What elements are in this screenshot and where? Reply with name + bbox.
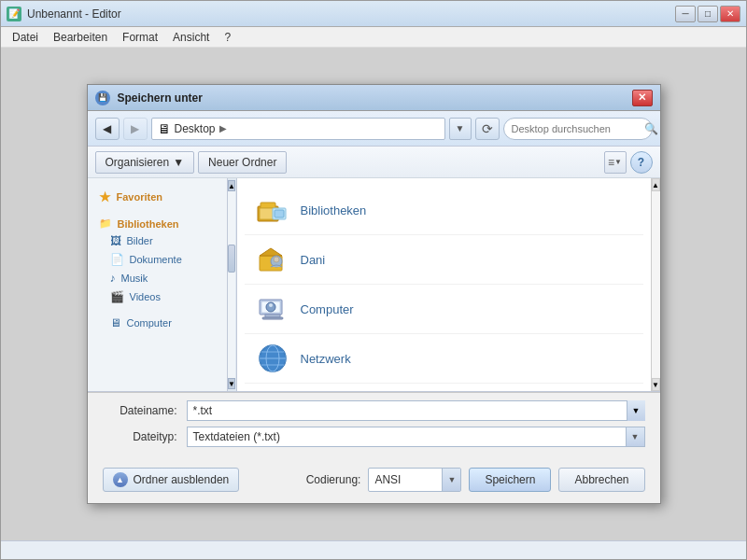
desktop-icon: 🖥 <box>158 121 171 136</box>
menu-format[interactable]: Format <box>115 29 165 46</box>
dialog-overlay: 💾 Speichern unter ✕ ◀ ▶ 🖥 Desktop ▶ ▼ ⟳ <box>1 48 746 540</box>
libraries-folder-icon: 📁 <box>99 217 112 230</box>
window-title: Unbenannt - Editor <box>27 7 675 21</box>
view-icon: ≡ <box>608 156 614 169</box>
filename-dropdown[interactable]: ▼ <box>627 400 645 421</box>
filename-input[interactable] <box>187 400 645 421</box>
show-folder-label: Ordner ausblenden <box>134 473 230 486</box>
dialog-footer: ▲ Ordner ausblenden Codierung: ANSI ▼ Sp… <box>88 460 660 503</box>
encoding-label: Codierung: <box>306 473 361 486</box>
view-arrow: ▼ <box>614 158 622 166</box>
maximize-button[interactable]: □ <box>698 6 718 22</box>
sidebar-scrollbar[interactable]: ▲ ▼ <box>228 178 237 391</box>
libraries-section: 📁 Bibliotheken 🖼 Bilder 📄 Dokumente <box>88 214 227 306</box>
filetype-arrow[interactable]: ▼ <box>626 427 644 446</box>
file-item-bibliotheken[interactable]: Bibliotheken <box>245 186 643 235</box>
organize-label: Organisieren <box>106 156 170 169</box>
libraries-title[interactable]: 📁 Bibliotheken <box>88 214 227 231</box>
bilder-label: Bilder <box>127 235 153 246</box>
dani-name: Dani <box>301 253 326 267</box>
dokumente-icon: 📄 <box>110 253 124 266</box>
file-list-scrollbar[interactable]: ▲ ▼ <box>651 178 660 391</box>
dialog-title: Speichern unter <box>118 91 632 105</box>
refresh-button[interactable]: ⟳ <box>475 118 500 140</box>
sidebar-item-videos[interactable]: 🎬 Videos <box>88 287 227 306</box>
menu-bearbeiten[interactable]: Bearbeiten <box>46 29 115 46</box>
main-close-button[interactable]: ✕ <box>720 6 740 22</box>
filetype-label: Dateityp: <box>103 430 187 443</box>
favorites-section: ★ Favoriten <box>88 186 227 206</box>
svg-rect-12 <box>262 317 283 319</box>
sidebar-item-musik[interactable]: ♪ Musik <box>88 269 227 287</box>
search-bar[interactable]: 🔍 <box>503 118 653 140</box>
file-item-dani[interactable]: Dani <box>245 235 643 285</box>
dokumente-label: Dokumente <box>130 254 182 265</box>
dialog-title-bar: 💾 Speichern unter ✕ <box>88 85 660 111</box>
favorites-label: Favoriten <box>117 191 163 203</box>
content-area: ★ Favoriten 📁 Bibliotheken 🖼 Bilder <box>88 178 660 392</box>
search-icon[interactable]: 🔍 <box>644 122 658 135</box>
forward-button[interactable]: ▶ <box>123 118 148 140</box>
save-button[interactable]: Speichern <box>469 468 551 492</box>
sidebar-item-dokumente[interactable]: 📄 Dokumente <box>88 250 227 269</box>
scroll-thumb[interactable] <box>228 245 235 273</box>
organize-button[interactable]: Organisieren ▼ <box>95 151 195 174</box>
computer-sidebar-label: Computer <box>127 317 172 329</box>
help-button[interactable]: ? <box>630 151 653 174</box>
dialog-icon: 💾 <box>95 91 110 105</box>
dialog-close-button[interactable]: ✕ <box>632 90 653 106</box>
organize-arrow: ▼ <box>173 156 184 169</box>
menu-ansicht[interactable]: Ansicht <box>165 29 217 46</box>
file-item-computer[interactable]: Computer <box>245 285 643 334</box>
bibliotheken-name: Bibliotheken <box>301 203 367 217</box>
breadcrumb-bar[interactable]: 🖥 Desktop ▶ <box>151 118 445 140</box>
view-button[interactable]: ≡ ▼ <box>604 151 627 174</box>
svg-point-8 <box>274 257 279 262</box>
nav-bar: ◀ ▶ 🖥 Desktop ▶ ▼ ⟳ 🔍 <box>88 111 660 147</box>
sidebar: ★ Favoriten 📁 Bibliotheken 🖼 Bilder <box>88 178 228 391</box>
new-folder-label: Neuer Ordner <box>208 156 276 169</box>
computer-sidebar-icon: 🖥 <box>110 316 121 329</box>
new-folder-button[interactable]: Neuer Ordner <box>198 151 287 174</box>
scroll-down-arrow[interactable]: ▼ <box>228 378 235 389</box>
bibliotheken-icon <box>256 193 289 227</box>
window-controls: ─ □ ✕ <box>675 6 740 22</box>
filetype-dropdown[interactable]: Textdateien (*.txt) ▼ <box>187 427 645 447</box>
encoding-value: ANSI <box>374 473 401 486</box>
bilder-icon: 🖼 <box>110 234 121 247</box>
app-icon: 📝 <box>7 7 21 21</box>
svg-rect-1 <box>261 203 275 208</box>
netzwerk-name: Netzwerk <box>301 352 351 366</box>
file-item-netzwerk[interactable]: Netzwerk <box>245 334 643 384</box>
filelist-scroll-down[interactable]: ▼ <box>652 378 660 391</box>
show-folder-button[interactable]: ▲ Ordner ausblenden <box>103 468 240 492</box>
main-window: 📝 Unbenannt - Editor ─ □ ✕ Datei Bearbei… <box>0 0 747 560</box>
file-list: Bibliotheken <box>237 178 651 391</box>
menu-datei[interactable]: Datei <box>5 29 46 46</box>
libraries-label: Bibliotheken <box>118 218 179 230</box>
encoding-dropdown[interactable]: ANSI ▼ <box>368 468 461 492</box>
breadcrumb-location: Desktop <box>175 122 216 135</box>
sidebar-item-computer[interactable]: 🖥 Computer <box>88 314 227 332</box>
videos-icon: 🎬 <box>110 290 124 303</box>
svg-point-14 <box>269 303 273 307</box>
cancel-button[interactable]: Abbrechen <box>558 468 644 492</box>
toolbar-row: Organisieren ▼ Neuer Ordner ≡ ▼ ? <box>88 147 660 178</box>
status-bar <box>1 540 746 559</box>
location-dropdown[interactable]: ▼ <box>449 118 472 140</box>
filetype-row: Dateityp: Textdateien (*.txt) ▼ <box>103 427 645 447</box>
sidebar-item-bilder[interactable]: 🖼 Bilder <box>88 231 227 250</box>
filelist-scroll-up[interactable]: ▲ <box>652 178 660 191</box>
search-input[interactable] <box>512 123 641 134</box>
filename-row: Dateiname: ▼ <box>103 400 645 421</box>
musik-icon: ♪ <box>110 272 116 285</box>
computer-icon <box>256 292 289 326</box>
scroll-up-arrow[interactable]: ▲ <box>228 180 235 191</box>
menu-help[interactable]: ? <box>217 29 238 46</box>
filename-label: Dateiname: <box>103 404 187 417</box>
minimize-button[interactable]: ─ <box>675 6 696 22</box>
breadcrumb-arrow: ▶ <box>219 123 227 133</box>
back-button[interactable]: ◀ <box>95 118 120 140</box>
encoding-arrow[interactable]: ▼ <box>442 469 460 491</box>
editor-area: 💾 Speichern unter ✕ ◀ ▶ 🖥 Desktop ▶ ▼ ⟳ <box>1 48 746 540</box>
